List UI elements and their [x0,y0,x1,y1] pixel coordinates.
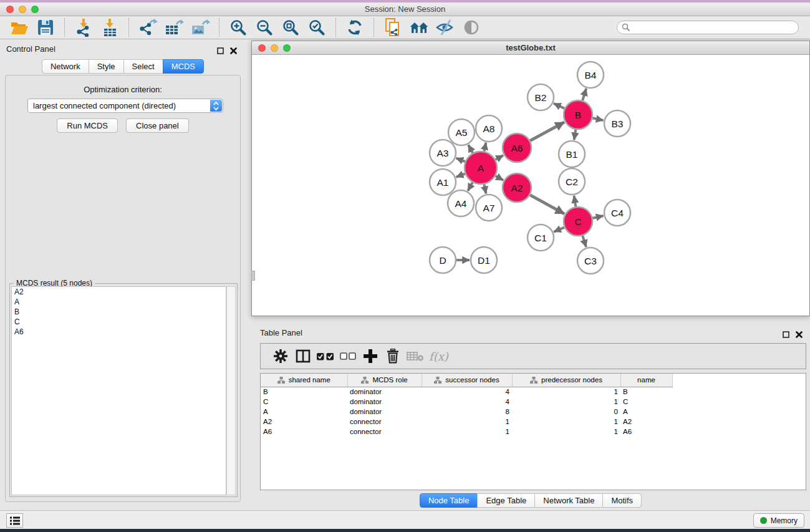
column-header-predecessor-nodes[interactable]: predecessor nodes [512,374,620,387]
table-cell[interactable]: 1 [422,427,512,437]
function-builder-icon[interactable]: f(x) [427,350,448,363]
graph-edge-A6-B[interactable] [530,122,564,141]
graph-node-B3[interactable]: B3 [604,110,630,137]
zoom-out-icon[interactable] [254,18,274,37]
graph-node-A[interactable]: A [465,152,497,184]
float-panel-icon[interactable] [217,46,224,57]
table-cell[interactable]: A [620,407,672,417]
table-cell[interactable]: 1 [512,427,620,437]
table-cell[interactable]: 1 [422,417,512,427]
graph-node-B[interactable]: B [564,100,592,129]
table-cell[interactable]: 4 [422,397,512,407]
graph-node-A2[interactable]: A2 [503,173,531,202]
table-cell[interactable]: A [261,407,347,417]
create-column-plus-icon[interactable] [359,347,382,365]
table-row[interactable]: Bdominator41B [261,387,672,397]
mcds-result-item[interactable]: B [12,307,226,317]
export-network-icon[interactable] [138,18,158,37]
refresh-network-icon[interactable] [345,18,365,37]
table-cell[interactable]: connector [347,427,422,437]
split-divider-grip[interactable] [251,271,255,281]
graph-edge-B-B1[interactable] [574,130,576,140]
graph-node-A3[interactable]: A3 [430,140,456,166]
graph-edge-A-A7[interactable] [484,184,486,193]
table-cell[interactable]: A6 [620,427,672,437]
delete-table-icon[interactable] [404,347,427,365]
float-table-panel-icon[interactable] [783,329,789,341]
select-all-columns-icon[interactable] [314,347,337,365]
table-cell[interactable]: dominator [347,407,422,417]
column-header-successor-nodes[interactable]: successor nodes [422,374,512,387]
graph-node-A8[interactable]: A8 [476,115,502,142]
column-header-mcds-role[interactable]: MCDS role [347,374,422,387]
table-row[interactable]: A2connector11A2 [261,417,672,427]
mcds-result-item[interactable]: A [12,297,226,307]
graph-node-A6[interactable]: A6 [503,133,531,162]
graph-edge-A-A4[interactable] [468,183,473,191]
apply-preferred-layout-icon[interactable] [409,18,429,37]
graph-node-C3[interactable]: C3 [577,248,604,274]
show-panels-list-icon[interactable] [6,513,23,528]
graph-node-C1[interactable]: C1 [528,225,554,251]
new-network-from-selection-icon[interactable] [383,18,403,37]
mcds-result-item[interactable]: C [12,317,226,327]
graph-node-A4[interactable]: A4 [448,190,474,216]
network-window-titlebar[interactable]: testGlobe.txt [252,41,809,55]
close-table-panel-icon[interactable] [796,329,803,341]
close-panel-button[interactable]: Close panel [126,118,189,133]
table-cell[interactable]: A2 [620,417,672,427]
import-network-icon[interactable] [74,18,94,37]
graph-edge-B-B4[interactable] [582,89,586,100]
graph-node-C4[interactable]: C4 [604,200,630,226]
mcds-result-list[interactable]: A2ABCA6 [11,286,226,495]
tab-network[interactable]: Network [42,59,89,74]
table-cell[interactable]: 1 [512,387,620,397]
graph-edge-A-A1[interactable] [456,174,465,177]
table-cell[interactable]: A6 [261,427,347,437]
tab-mcds[interactable]: MCDS [163,59,204,74]
table-row[interactable]: A6connector11A6 [261,427,672,437]
table-cell[interactable]: C [620,397,672,407]
export-table-icon[interactable] [164,18,184,37]
graph-edge-C-C2[interactable] [574,196,576,207]
table-cell[interactable]: 8 [422,407,512,417]
mcds-result-item[interactable]: A6 [12,327,226,337]
graph-edge-C-C3[interactable] [582,236,586,247]
table-cell[interactable]: B [620,387,672,397]
table-cell[interactable]: C [261,397,347,407]
memory-button[interactable]: Memory [753,513,804,528]
table-settings-gear-icon[interactable] [269,347,292,365]
import-table-icon[interactable] [100,18,120,37]
graph-edge-C-C4[interactable] [592,216,603,218]
hide-selected-eye-slash-icon[interactable] [435,18,455,37]
graph-edge-A2-C[interactable] [530,195,564,214]
table-row[interactable]: Cdominator41C [261,397,672,407]
table-cell[interactable]: connector [347,417,422,427]
graph-edge-A-A6[interactable] [496,155,503,160]
graph-node-C[interactable]: C [564,207,592,236]
table-cell[interactable]: B [261,387,347,397]
graph-node-C2[interactable]: C2 [559,168,585,195]
open-file-icon[interactable] [9,18,29,37]
graph-node-A7[interactable]: A7 [476,195,502,221]
table-cell[interactable]: dominator [347,397,422,407]
graph-edge-A-A3[interactable] [456,158,465,162]
table-row[interactable]: Adominator80A [261,407,672,417]
tab-select[interactable]: Select [123,59,163,74]
close-panel-icon[interactable] [230,46,237,57]
graph-edge-B-B3[interactable] [592,118,603,120]
table-cell[interactable]: A2 [261,417,347,427]
table-cell[interactable]: dominator [347,387,422,397]
tab-node-table[interactable]: Node Table [420,493,478,508]
graph-node-B4[interactable]: B4 [577,62,604,88]
search-input[interactable] [617,21,799,34]
export-image-icon[interactable] [190,18,210,37]
deselect-all-columns-icon[interactable] [337,347,359,365]
graph-edge-B-B2[interactable] [554,104,564,109]
run-mcds-button[interactable]: Run MCDS [57,118,118,133]
graph-edge-A-A8[interactable] [484,143,486,152]
network-canvas[interactable]: B4B2BB3A5A8A6B1A3AA1C2A2A4A7CC4C1C3DD1 [252,55,809,316]
zoom-fit-content-icon[interactable] [281,18,301,37]
column-header-name[interactable]: name [620,374,672,387]
graph-edge-A-A5[interactable] [468,145,473,153]
